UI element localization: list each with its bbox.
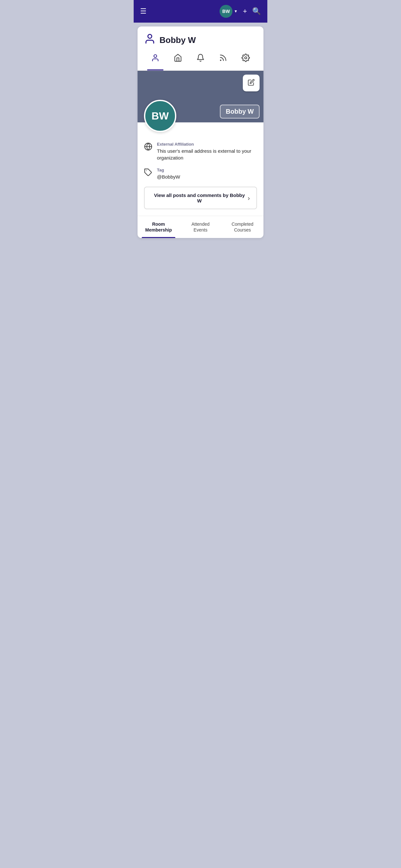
info-section: External Affiliation This user's email a… (137, 135, 264, 180)
navbar-right: BW ▼ + 🔍 (220, 5, 261, 18)
profile-initials: BW (151, 110, 168, 122)
rss-icon (219, 54, 227, 64)
view-posts-button[interactable]: View all posts and comments by Bobby W › (144, 187, 257, 209)
edit-profile-button[interactable] (243, 74, 259, 91)
profile-display-name-badge: Bobby W (220, 104, 259, 119)
external-affiliation-row: External Affiliation This user's email a… (144, 142, 257, 161)
tag-label: Tag (157, 167, 257, 173)
tab-room-membership[interactable]: RoomMembership (137, 216, 180, 238)
person-icon (151, 54, 159, 64)
tag-value: @BobbyW (157, 174, 257, 180)
tab-attended-events[interactable]: AttendedEvents (180, 216, 221, 238)
profile-header-section: Bobby W (137, 27, 264, 47)
tag-icon (144, 168, 152, 179)
tab-completed-courses[interactable]: CompletedCourses (221, 216, 264, 238)
user-initials-small: BW (222, 9, 230, 14)
external-affiliation-label: External Affiliation (157, 142, 257, 147)
profile-user-icon (144, 33, 156, 47)
edit-pencil-icon (248, 79, 255, 88)
navbar: ☰ BW ▼ + 🔍 (134, 0, 267, 23)
tab-home[interactable] (170, 52, 186, 66)
add-icon[interactable]: + (243, 7, 247, 16)
chevron-right-icon: › (248, 194, 250, 202)
search-icon[interactable]: 🔍 (252, 7, 261, 16)
tag-row: Tag @BobbyW (144, 167, 257, 180)
avatar-container: BW (137, 122, 264, 135)
home-icon (174, 54, 182, 64)
tab-profile[interactable] (147, 52, 163, 66)
profile-icon-tabs (137, 47, 264, 71)
tab-notifications[interactable] (192, 52, 209, 66)
hamburger-menu-icon[interactable]: ☰ (140, 8, 147, 15)
content-area: Bobby W (134, 23, 267, 868)
room-membership-label: RoomMembership (145, 221, 172, 232)
globe-icon (144, 143, 152, 153)
attended-events-label: AttendedEvents (191, 221, 210, 232)
tab-settings[interactable] (238, 52, 254, 66)
navbar-left: ☰ (140, 8, 147, 15)
profile-name-title: Bobby W (159, 35, 196, 45)
profile-card: Bobby W (137, 27, 264, 238)
tag-content: Tag @BobbyW (157, 167, 257, 180)
completed-courses-label: CompletedCourses (232, 221, 253, 232)
view-posts-label: View all posts and comments by Bobby W (151, 192, 248, 204)
user-avatar-small: BW (220, 5, 233, 18)
external-affiliation-content: External Affiliation This user's email a… (157, 142, 257, 161)
profile-avatar: BW (144, 100, 176, 132)
svg-point-3 (245, 57, 247, 59)
svg-point-0 (148, 35, 152, 38)
external-affiliation-value: This user's email address is external to… (157, 148, 257, 161)
tab-feed[interactable] (215, 52, 231, 66)
dropdown-arrow-icon: ▼ (234, 9, 238, 13)
user-badge[interactable]: BW ▼ (220, 5, 238, 18)
bottom-tabs: RoomMembership AttendedEvents CompletedC… (137, 216, 264, 238)
bell-icon (196, 54, 205, 64)
svg-point-2 (220, 60, 221, 61)
gear-icon (242, 54, 250, 64)
svg-point-1 (154, 55, 157, 58)
